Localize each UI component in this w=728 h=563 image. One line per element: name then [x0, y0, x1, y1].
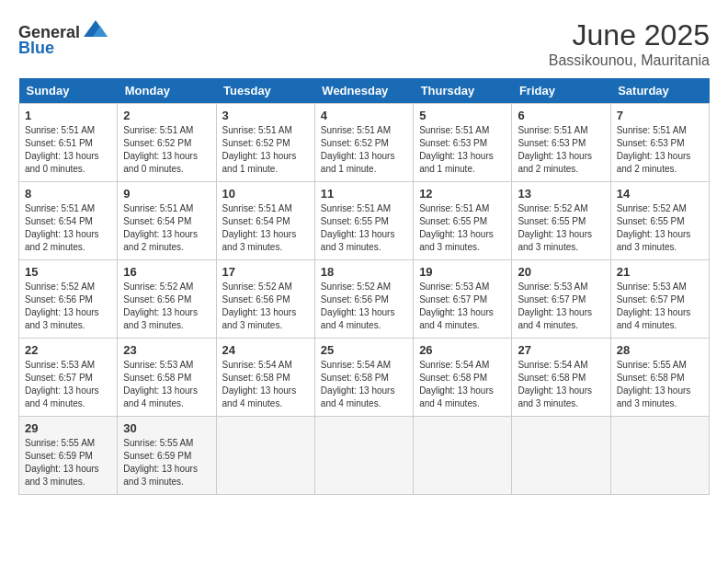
day-number: 15 — [25, 265, 111, 279]
day-info: Sunrise: 5:52 AM Sunset: 6:56 PM Dayligh… — [321, 281, 407, 332]
day-info: Sunrise: 5:51 AM Sunset: 6:52 PM Dayligh… — [222, 124, 309, 176]
day-cell: 5 Sunrise: 5:51 AM Sunset: 6:53 PM Dayli… — [414, 104, 512, 182]
day-cell: 24 Sunrise: 5:54 AM Sunset: 6:58 PM Dayl… — [216, 339, 314, 417]
day-number: 18 — [321, 265, 407, 279]
day-cell: 15 Sunrise: 5:52 AM Sunset: 6:56 PM Dayl… — [19, 260, 118, 339]
day-cell: 2 Sunrise: 5:51 AM Sunset: 6:52 PM Dayli… — [118, 104, 216, 182]
day-cell — [414, 417, 512, 495]
day-info: Sunrise: 5:51 AM Sunset: 6:53 PM Dayligh… — [518, 124, 604, 176]
day-number: 29 — [25, 421, 111, 435]
day-number: 19 — [419, 265, 506, 279]
day-cell: 27 Sunrise: 5:54 AM Sunset: 6:58 PM Dayl… — [512, 339, 610, 417]
day-cell: 12 Sunrise: 5:51 AM Sunset: 6:55 PM Dayl… — [414, 182, 512, 260]
day-info: Sunrise: 5:54 AM Sunset: 6:58 PM Dayligh… — [321, 359, 407, 410]
day-number: 12 — [419, 187, 506, 201]
logo-icon — [82, 18, 109, 46]
day-number: 6 — [518, 109, 604, 122]
day-info: Sunrise: 5:53 AM Sunset: 6:57 PM Dayligh… — [419, 281, 506, 332]
day-number: 22 — [25, 343, 111, 357]
day-info: Sunrise: 5:51 AM Sunset: 6:53 PM Dayligh… — [617, 124, 703, 176]
header-monday: Monday — [118, 78, 216, 104]
logo-blue-text: Blue — [18, 39, 54, 58]
page-header: General Blue June 2025 Bassikounou, Maur… — [18, 18, 710, 69]
day-cell: 22 Sunrise: 5:53 AM Sunset: 6:57 PM Dayl… — [19, 339, 118, 417]
day-number: 30 — [123, 421, 210, 435]
day-info: Sunrise: 5:55 AM Sunset: 6:58 PM Dayligh… — [617, 359, 703, 410]
day-info: Sunrise: 5:51 AM Sunset: 6:54 PM Dayligh… — [222, 202, 309, 254]
day-number: 8 — [25, 187, 111, 201]
day-cell: 17 Sunrise: 5:52 AM Sunset: 6:56 PM Dayl… — [216, 260, 314, 339]
day-info: Sunrise: 5:54 AM Sunset: 6:58 PM Dayligh… — [222, 359, 309, 410]
day-info: Sunrise: 5:52 AM Sunset: 6:56 PM Dayligh… — [123, 281, 210, 332]
day-cell: 8 Sunrise: 5:51 AM Sunset: 6:54 PM Dayli… — [19, 182, 118, 260]
header-wednesday: Wednesday — [314, 78, 413, 104]
day-number: 4 — [321, 109, 407, 122]
day-number: 21 — [617, 265, 703, 279]
week-row-5: 29 Sunrise: 5:55 AM Sunset: 6:59 PM Dayl… — [19, 417, 710, 495]
day-number: 2 — [123, 109, 210, 122]
day-cell: 29 Sunrise: 5:55 AM Sunset: 6:59 PM Dayl… — [19, 417, 118, 495]
day-cell: 6 Sunrise: 5:51 AM Sunset: 6:53 PM Dayli… — [512, 104, 610, 182]
day-info: Sunrise: 5:52 AM Sunset: 6:55 PM Dayligh… — [617, 202, 703, 254]
day-cell: 13 Sunrise: 5:52 AM Sunset: 6:55 PM Dayl… — [512, 182, 610, 260]
week-row-4: 22 Sunrise: 5:53 AM Sunset: 6:57 PM Dayl… — [19, 339, 710, 417]
day-info: Sunrise: 5:51 AM Sunset: 6:52 PM Dayligh… — [321, 124, 407, 176]
day-info: Sunrise: 5:52 AM Sunset: 6:55 PM Dayligh… — [518, 202, 604, 254]
day-cell: 11 Sunrise: 5:51 AM Sunset: 6:55 PM Dayl… — [314, 182, 413, 260]
day-cell: 4 Sunrise: 5:51 AM Sunset: 6:52 PM Dayli… — [314, 104, 413, 182]
day-info: Sunrise: 5:53 AM Sunset: 6:57 PM Dayligh… — [518, 281, 604, 332]
day-cell: 30 Sunrise: 5:55 AM Sunset: 6:59 PM Dayl… — [118, 417, 216, 495]
header-sunday: Sunday — [19, 78, 118, 104]
day-number: 1 — [25, 109, 111, 122]
day-info: Sunrise: 5:51 AM Sunset: 6:52 PM Dayligh… — [123, 124, 210, 176]
day-info: Sunrise: 5:55 AM Sunset: 6:59 PM Dayligh… — [123, 437, 210, 488]
logo: General Blue — [18, 18, 109, 58]
day-info: Sunrise: 5:52 AM Sunset: 6:56 PM Dayligh… — [222, 281, 309, 332]
day-number: 20 — [518, 265, 604, 279]
day-info: Sunrise: 5:51 AM Sunset: 6:55 PM Dayligh… — [321, 202, 407, 254]
day-info: Sunrise: 5:53 AM Sunset: 6:58 PM Dayligh… — [123, 359, 210, 410]
day-number: 26 — [419, 343, 506, 357]
header-saturday: Saturday — [610, 78, 709, 104]
day-cell — [314, 417, 413, 495]
day-info: Sunrise: 5:51 AM Sunset: 6:54 PM Dayligh… — [25, 202, 111, 254]
day-cell — [512, 417, 610, 495]
day-number: 7 — [617, 109, 703, 122]
location-subtitle: Bassikounou, Mauritania — [549, 52, 710, 69]
day-info: Sunrise: 5:53 AM Sunset: 6:57 PM Dayligh… — [25, 359, 111, 410]
week-row-1: 1 Sunrise: 5:51 AM Sunset: 6:51 PM Dayli… — [19, 104, 710, 182]
days-header-row: Sunday Monday Tuesday Wednesday Thursday… — [19, 78, 710, 104]
day-number: 10 — [222, 187, 309, 201]
day-number: 17 — [222, 265, 309, 279]
day-number: 3 — [222, 109, 309, 122]
day-number: 16 — [123, 265, 210, 279]
day-cell: 7 Sunrise: 5:51 AM Sunset: 6:53 PM Dayli… — [610, 104, 709, 182]
day-cell — [610, 417, 709, 495]
day-cell: 10 Sunrise: 5:51 AM Sunset: 6:54 PM Dayl… — [216, 182, 314, 260]
day-cell — [216, 417, 314, 495]
day-cell: 16 Sunrise: 5:52 AM Sunset: 6:56 PM Dayl… — [118, 260, 216, 339]
day-cell: 21 Sunrise: 5:53 AM Sunset: 6:57 PM Dayl… — [610, 260, 709, 339]
day-info: Sunrise: 5:55 AM Sunset: 6:59 PM Dayligh… — [25, 437, 111, 488]
day-info: Sunrise: 5:51 AM Sunset: 6:55 PM Dayligh… — [419, 202, 506, 254]
day-cell: 19 Sunrise: 5:53 AM Sunset: 6:57 PM Dayl… — [414, 260, 512, 339]
day-cell: 1 Sunrise: 5:51 AM Sunset: 6:51 PM Dayli… — [19, 104, 118, 182]
day-number: 28 — [617, 343, 703, 357]
title-area: June 2025 Bassikounou, Mauritania — [549, 18, 710, 69]
day-cell: 20 Sunrise: 5:53 AM Sunset: 6:57 PM Dayl… — [512, 260, 610, 339]
day-number: 24 — [222, 343, 309, 357]
day-cell: 28 Sunrise: 5:55 AM Sunset: 6:58 PM Dayl… — [610, 339, 709, 417]
day-info: Sunrise: 5:52 AM Sunset: 6:56 PM Dayligh… — [25, 281, 111, 332]
day-number: 11 — [321, 187, 407, 201]
day-number: 5 — [419, 109, 506, 122]
day-info: Sunrise: 5:51 AM Sunset: 6:51 PM Dayligh… — [25, 124, 111, 176]
day-cell: 9 Sunrise: 5:51 AM Sunset: 6:54 PM Dayli… — [118, 182, 216, 260]
day-info: Sunrise: 5:54 AM Sunset: 6:58 PM Dayligh… — [518, 359, 604, 410]
day-cell: 26 Sunrise: 5:54 AM Sunset: 6:58 PM Dayl… — [414, 339, 512, 417]
day-cell: 25 Sunrise: 5:54 AM Sunset: 6:58 PM Dayl… — [314, 339, 413, 417]
week-row-2: 8 Sunrise: 5:51 AM Sunset: 6:54 PM Dayli… — [19, 182, 710, 260]
day-info: Sunrise: 5:51 AM Sunset: 6:54 PM Dayligh… — [123, 202, 210, 254]
day-number: 14 — [617, 187, 703, 201]
month-year-title: June 2025 — [549, 18, 710, 52]
header-thursday: Thursday — [414, 78, 512, 104]
